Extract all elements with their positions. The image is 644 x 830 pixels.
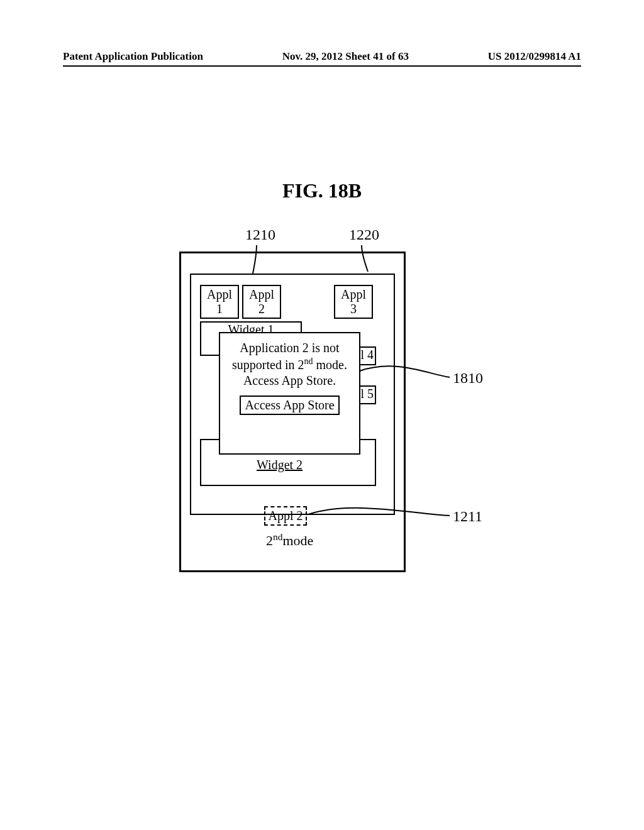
ref-1210: 1210 (245, 226, 275, 243)
popup-line-2-sup: nd (304, 357, 313, 366)
widget-2-label: Widget 2 (257, 458, 303, 472)
mode-label-a: 2 (266, 533, 273, 548)
app-icon-appl2-dashed[interactable]: Appl 2 (264, 506, 307, 526)
popup-line-2a: supported in 2 (232, 358, 304, 372)
app-icon-appl2[interactable]: Appl 2 (242, 285, 281, 319)
figure-title: FIG. 18B (282, 179, 362, 202)
header-center: Nov. 29, 2012 Sheet 41 of 63 (282, 50, 409, 63)
mode-label-b: mode (282, 533, 313, 548)
header-left: Patent Application Publication (63, 50, 203, 63)
ref-1810: 1810 (453, 370, 483, 387)
ref-1220: 1220 (349, 226, 379, 243)
ref-1211: 1211 (453, 508, 482, 525)
popup-dialog: Application 2 is not supported in 2nd mo… (219, 332, 360, 455)
popup-line-2b: mode. (313, 358, 347, 372)
device-frame: Appl 1 Appl 2 Appl 3 Widget 1 l 4 l 5 Wi… (179, 252, 406, 572)
header-right: US 2012/0299814 A1 (488, 50, 581, 63)
app-icon-appl1[interactable]: Appl 1 (200, 285, 239, 319)
header-rule (63, 65, 581, 67)
popup-line-3: Access App Store. (220, 374, 359, 388)
mode-label: 2ndmode (266, 531, 313, 549)
page-header: Patent Application Publication Nov. 29, … (63, 50, 581, 63)
popup-line-1: Application 2 is not (220, 341, 359, 355)
mode-label-sup: nd (273, 531, 282, 542)
access-app-store-button[interactable]: Access App Store (240, 396, 339, 415)
app-icon-appl3[interactable]: Appl 3 (334, 285, 373, 319)
popup-line-2: supported in 2nd mode. (220, 357, 359, 372)
